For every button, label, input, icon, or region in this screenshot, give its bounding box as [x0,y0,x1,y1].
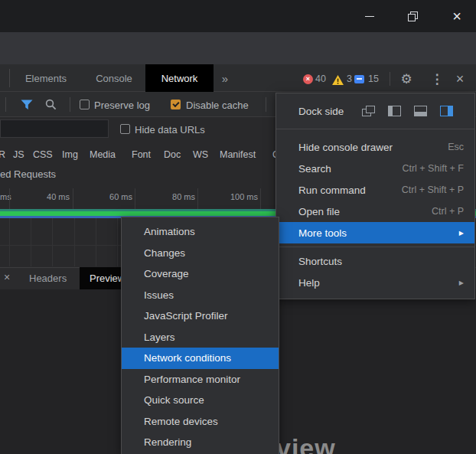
menu-item-shortcut: Esc [448,142,464,152]
ruler-tick-label: 40 ms [23,192,70,201]
filter-type-manifest[interactable]: Manifest [220,149,256,160]
filter-type-font[interactable]: Font [132,149,151,160]
menu-item-label: Shortcuts [298,256,464,267]
background-page-text: view [276,433,336,454]
filter-type-js[interactable]: JS [13,149,24,160]
ruler-tick-label: ms [0,192,9,201]
disable-cache-label[interactable]: Disable cache [186,100,249,111]
gridline [74,218,75,266]
warning-triangle-icon[interactable] [332,75,344,85]
menu-item-label: JavaScript Profiler [144,310,268,322]
filter-type-doc[interactable]: Doc [164,149,181,160]
window-minimize-button[interactable] [358,5,381,28]
tab-elements-label: Elements [25,73,67,84]
close-icon: × [456,71,465,87]
menu-item-open-file[interactable]: Open file Ctrl + P [276,201,474,222]
tab-preview[interactable]: Preview [80,267,126,289]
tabbar-separator [9,69,10,87]
ruler-tick-label: 60 ms [86,192,132,201]
funnel-icon [21,100,33,110]
submenu-item-remote-devices[interactable]: Remote devices [122,411,279,433]
tab-network-label: Network [161,73,198,84]
gear-icon: ⚙ [400,73,412,86]
devtools-close-button[interactable]: × [452,71,468,87]
menu-item-search[interactable]: Search Ctrl + Shift + F [276,158,474,179]
message-badge-icon[interactable] [354,75,364,83]
submenu-item-changes[interactable]: Changes [122,243,279,264]
devtools-settings-button[interactable]: ⚙ [399,71,414,87]
hide-data-urls-checkbox[interactable] [120,124,130,134]
screen: × ☆ ⋮ Elements Console [0,0,476,454]
ruler-divider [135,188,135,210]
window-titlebar: × [0,0,476,32]
menu-item-label: Coverage [144,268,268,279]
menu-item-label: Performance monitor [144,374,268,385]
submenu-item-javascript-profiler[interactable]: JavaScript Profiler [122,305,279,327]
devtools-main-menu: Dock side Hide console drawer Esc Search… [275,93,475,299]
undock-icon[interactable] [362,106,375,116]
submenu-item-performance-monitor[interactable]: Performance monitor [122,369,279,390]
hide-data-urls-label[interactable]: Hide data URLs [135,124,205,136]
close-icon: × [452,8,461,24]
menu-item-shortcuts[interactable]: Shortcuts [276,250,474,272]
menu-item-label: Run command [298,185,402,196]
tab-headers[interactable]: Headers [29,273,67,284]
ruler-tick-label: 80 ms [148,192,195,201]
menu-item-label: Help [298,277,453,289]
menu-item-more-tools[interactable]: More tools ▶ [276,222,474,243]
menu-item-label: Quick source [144,394,268,406]
filter-type-img[interactable]: Img [62,149,78,160]
toolbar-separator [266,97,266,112]
filter-type-media[interactable]: Media [90,149,116,160]
dock-bottom-icon[interactable] [414,106,427,116]
submenu-item-quick-source[interactable]: Quick source [122,390,279,411]
tab-console[interactable]: Console [86,64,142,92]
ruler-divider [197,188,198,210]
filter-type-css[interactable]: CSS [33,149,53,160]
preserve-log-label[interactable]: Preserve log [94,100,150,111]
tab-console-label: Console [96,73,132,84]
tab-elements[interactable]: Elements [15,64,77,92]
gridline [9,218,10,266]
devtools-menu-button[interactable]: ⋮ [430,72,444,86]
submenu-item-coverage[interactable]: Coverage [122,263,279,285]
kebab-menu-icon: ⋮ [431,73,444,86]
filter-type-xhr[interactable]: R [0,149,5,160]
window-close-button[interactable]: × [445,5,468,28]
menu-item-run-command[interactable]: Run command Ctrl + Shift + P [276,179,474,201]
window-restore-button[interactable] [401,5,424,28]
menu-item-hide-console-drawer[interactable]: Hide console drawer Esc [276,136,474,158]
more-tabs-chevron-icon: » [222,72,228,85]
search-button[interactable] [44,98,57,111]
toolbar-separator [5,97,6,112]
dock-left-icon[interactable] [388,106,401,116]
more-tools-submenu: Animations Changes Coverage Issues JavaS… [121,217,279,454]
dock-right-icon-selected[interactable] [440,106,453,116]
menu-item-label: Layers [144,332,268,343]
disable-cache-checkbox[interactable] [171,100,181,109]
gridline [117,218,118,266]
browser-toolbar: ☆ ⋮ [0,32,476,64]
filter-input[interactable] [0,119,109,138]
menu-item-label: Hide console drawer [298,142,448,153]
submenu-item-issues[interactable]: Issues [122,285,279,306]
warning-count: 3 [347,73,352,84]
menu-item-label: Search [298,163,402,175]
preserve-log-checkbox[interactable] [80,100,90,109]
filter-type-ws[interactable]: WS [193,149,208,160]
more-tabs-button[interactable]: » [216,64,234,92]
detail-pane-close-button[interactable]: × [4,271,10,283]
filter-funnel-button[interactable] [20,99,33,110]
menu-item-shortcut: Ctrl + P [432,206,464,217]
blocked-requests-label[interactable]: ed Requests [0,168,56,180]
submenu-item-animations[interactable]: Animations [122,221,279,243]
tab-preview-label: Preview [90,273,125,284]
tab-network[interactable]: Network [145,64,214,92]
error-badge-icon[interactable]: × [303,74,313,84]
submenu-item-layers[interactable]: Layers [122,327,279,348]
submenu-item-network-conditions[interactable]: Network conditions [122,348,279,369]
gridline [52,218,53,266]
menu-item-help[interactable]: Help ▶ [276,272,474,293]
minimize-icon [365,16,374,17]
submenu-item-rendering[interactable]: Rendering [122,432,279,453]
